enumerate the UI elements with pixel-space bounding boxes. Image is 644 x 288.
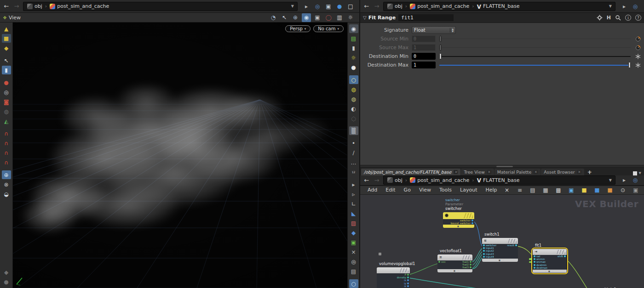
breadcrumb[interactable]: obj›post_sim_and_cache▼: [23, 2, 298, 11]
prim-diamond-icon[interactable]: ◆: [349, 228, 358, 237]
menu-view[interactable]: View: [415, 187, 435, 193]
node-header[interactable]: [443, 212, 474, 219]
menu-edit[interactable]: Edit: [382, 187, 399, 193]
visualizers-icon[interactable]: ○: [349, 279, 358, 288]
network-box-icon[interactable]: ■: [592, 186, 602, 194]
select-arrow-icon[interactable]: ↖: [280, 13, 289, 22]
snap-circle-magnet-icon[interactable]: ∩: [2, 158, 11, 167]
box-zoom-icon[interactable]: ▣: [313, 13, 322, 22]
asset-box-icon[interactable]: ■: [605, 186, 615, 194]
node-switch1[interactable]: switch1≋switcherinput1input2input3input4…: [482, 238, 518, 262]
pane-tab[interactable]: /obj/post_sim_and_cache/FLATTEN_base×: [361, 169, 460, 175]
node-flags-icon[interactable]: [556, 250, 565, 254]
path-dropdown-icon[interactable]: ▼: [608, 4, 613, 8]
shadow-light-icon[interactable]: ◍: [349, 95, 358, 103]
dial-handle-icon[interactable]: [634, 45, 642, 51]
snap-edge-magnet-icon[interactable]: ∩: [2, 148, 11, 157]
wire-result-to-val[interactable]: [518, 246, 535, 258]
headlight-icon[interactable]: ☼: [349, 53, 358, 62]
pane-divider-handle[interactable]: [496, 166, 513, 167]
source-min-field[interactable]: [412, 35, 436, 42]
pane-tab[interactable]: Tree View×: [461, 169, 494, 175]
radial-menu-icon[interactable]: ◎: [631, 176, 640, 185]
snap-point-magnet-icon[interactable]: ∩: [2, 139, 11, 147]
normal-lighting-icon[interactable]: ○: [349, 75, 358, 84]
pane-divider[interactable]: [360, 165, 644, 168]
frame-icon[interactable]: □: [346, 2, 355, 11]
orbit-band-icon[interactable]: ◒: [2, 190, 11, 198]
path-dropdown-icon[interactable]: ▼: [290, 4, 295, 8]
maximize-pane-icon[interactable]: [633, 171, 637, 175]
display-options-icon[interactable]: ☼: [346, 13, 355, 22]
network-editor[interactable]: VEX Builder switcherParameterswitcherswi…: [360, 195, 644, 288]
handles-icon[interactable]: ◉: [302, 13, 311, 22]
dashed-line-icon[interactable]: …: [349, 158, 358, 167]
cube-link-icon[interactable]: ▣: [324, 2, 333, 11]
node-volumevopglobal1[interactable]: volumevopglobal1Pdensityixiyizresxresyre…: [377, 267, 410, 288]
destination-max-field[interactable]: [412, 62, 436, 68]
secure-selection-lock-icon[interactable]: ▮: [2, 66, 11, 74]
safe-area-icon[interactable]: ◎: [349, 257, 358, 266]
background-image-icon[interactable]: ▣: [567, 186, 576, 194]
show-geometry-icon[interactable]: ■: [2, 34, 11, 43]
output-result[interactable]: result: [482, 244, 518, 247]
path-dropdown-icon[interactable]: ▼: [608, 178, 613, 182]
marker-flag-a-icon[interactable]: ▸: [349, 180, 358, 189]
normals-icon[interactable]: ◣: [349, 209, 358, 218]
wire-density-to-input2[interactable]: [409, 278, 596, 288]
asterisk-menu-icon[interactable]: [634, 54, 642, 59]
node-footer[interactable]: · ■ ·: [533, 270, 567, 273]
node-flags-icon[interactable]: [462, 255, 471, 260]
show-display-cone-icon[interactable]: ▲: [2, 24, 11, 33]
breadcrumb-item-FLATTEN_base[interactable]: VFLATTEN_base: [475, 177, 522, 183]
tree-hierarchy-icon[interactable]: ≡: [515, 186, 524, 194]
node-footer[interactable]: · ■ ·: [482, 259, 518, 262]
houdini-handles-icon[interactable]: H: [607, 15, 611, 21]
breadcrumb[interactable]: obj›post_sim_and_cache›VFLATTEN_base▼: [383, 2, 615, 11]
node-flags-icon[interactable]: [464, 213, 473, 218]
sculpt-sphere-icon[interactable]: ●: [2, 277, 11, 286]
field-guide-icon[interactable]: ▤: [349, 267, 358, 276]
show-points-icon[interactable]: ◉: [349, 24, 358, 33]
render-region-icon[interactable]: ◯: [324, 13, 333, 22]
input-destmax[interactable]: destmax: [533, 266, 567, 269]
source-min-slider[interactable]: [439, 35, 631, 42]
breadcrumb-item-obj[interactable]: obj: [25, 3, 44, 9]
tab-menu-icon[interactable]: ▼: [639, 171, 641, 175]
high-quality-light-icon[interactable]: ◍: [349, 85, 358, 94]
radial-menu-icon[interactable]: ◎: [631, 2, 640, 11]
destination-min-slider[interactable]: [439, 53, 631, 60]
close-tab-icon[interactable]: ×: [534, 170, 538, 174]
projection-button[interactable]: Persp▾: [285, 25, 310, 32]
parm-chip-icon[interactable]: [529, 261, 532, 263]
gear-menu-icon[interactable]: [597, 15, 603, 21]
pin-icon[interactable]: ▸: [302, 2, 311, 11]
node-name-field[interactable]: fit1: [398, 14, 454, 21]
net-tools-icon[interactable]: ×: [502, 186, 512, 194]
breadcrumb[interactable]: obj›post_sim_and_cache›VFLATTEN_base▼: [383, 175, 615, 185]
display-particles-icon[interactable]: ▒: [349, 126, 358, 135]
scale-handle-icon[interactable]: ◙: [2, 97, 11, 106]
dial-handle-icon[interactable]: [634, 36, 642, 42]
info-icon[interactable]: i: [625, 15, 631, 21]
background-image-icon[interactable]: ▣: [349, 238, 358, 247]
node-switcher[interactable]: switcherParameterswitcherswitcherbound_s…: [443, 212, 474, 228]
sphere-link-icon[interactable]: ●: [335, 2, 344, 11]
point-numbers-icon[interactable]: 12: [349, 168, 358, 176]
breadcrumb-item-post_sim_and_cache[interactable]: post_sim_and_cache: [408, 3, 471, 9]
uv-checker-icon[interactable]: ▨: [349, 219, 358, 227]
forward-arrow-icon[interactable]: →: [13, 3, 20, 10]
multi-transform-icon[interactable]: ⊕: [2, 170, 11, 179]
viewport-canvas[interactable]: Persp▾ No cam▾: [13, 23, 347, 288]
close-tab-icon[interactable]: ×: [454, 170, 458, 174]
breadcrumb-item-obj[interactable]: obj: [385, 3, 404, 9]
show-template-icon[interactable]: ◆: [2, 44, 11, 52]
node-header[interactable]: ≋: [482, 238, 518, 244]
breadcrumb-item-FLATTEN_base[interactable]: VFLATTEN_base: [475, 3, 522, 9]
lock-display-icon[interactable]: ▮: [349, 44, 358, 52]
grid-snap-icon[interactable]: ▦: [541, 186, 550, 194]
source-max-slider[interactable]: [439, 44, 631, 51]
pin-icon[interactable]: ▸: [620, 176, 629, 185]
output-fval3[interactable]: fval3: [437, 266, 472, 269]
node-flags-icon[interactable]: [399, 268, 408, 272]
